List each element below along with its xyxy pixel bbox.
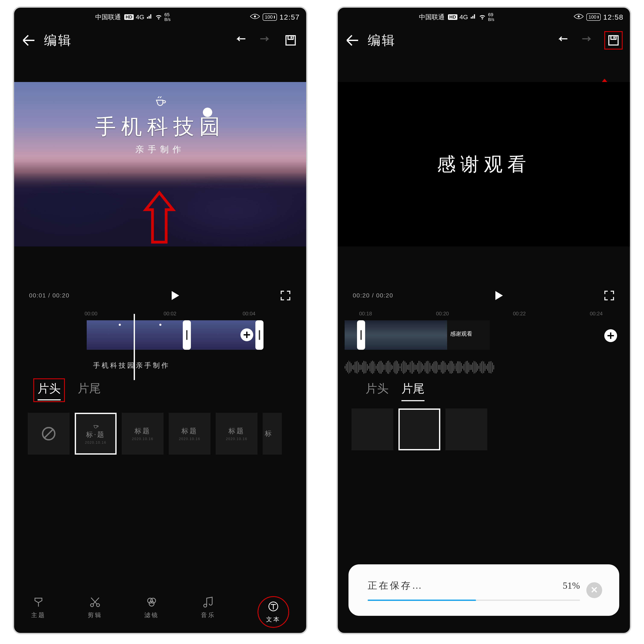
svg-point-12 (578, 15, 580, 18)
tab-opening[interactable]: 片头 (366, 381, 389, 400)
template-none[interactable] (28, 413, 70, 455)
video-preview[interactable]: 手机科技园 亲手制作 (14, 82, 306, 246)
nav-text[interactable]: 文本 (266, 600, 281, 624)
clip-handle[interactable] (255, 320, 263, 350)
saving-label: 正在保存… (368, 579, 423, 592)
tab-opening[interactable]: 片头 (33, 378, 65, 402)
signal-icon (146, 13, 153, 21)
playhead[interactable] (134, 314, 135, 380)
add-clip-button[interactable] (604, 329, 617, 342)
eye-icon (250, 13, 260, 21)
timeline-clip[interactable] (366, 320, 407, 350)
template-item[interactable]: 标题 2020.10.16 (169, 413, 211, 455)
title-bar: 编辑 (14, 26, 306, 54)
nav-filter[interactable]: 滤镜 (144, 596, 159, 628)
nav-theme[interactable]: 主题 (31, 596, 46, 628)
close-icon (591, 586, 598, 594)
timeline-clip[interactable] (87, 320, 127, 350)
svg-rect-3 (291, 37, 292, 39)
preview-subtitle: 亲手制作 (135, 143, 185, 155)
template-item[interactable] (445, 408, 487, 450)
carrier-label: 中国联通 (95, 13, 121, 22)
template-strip[interactable]: 标·题 2020.10.16 标题 2020.10.16 标题 2020.10.… (14, 406, 306, 461)
network-label: 4G (136, 13, 144, 21)
add-clip-button[interactable] (240, 328, 253, 341)
title-bar: 编辑 (338, 26, 630, 54)
svg-line-5 (44, 429, 53, 438)
svg-point-9 (151, 598, 155, 603)
template-strip[interactable] (338, 404, 630, 457)
timeline[interactable] (14, 320, 306, 359)
text-icon (267, 600, 279, 613)
clip-handle[interactable] (183, 320, 191, 350)
battery-badge: 100 (263, 13, 277, 21)
nav-cut[interactable]: 剪辑 (88, 596, 102, 628)
timeline-clip[interactable] (407, 320, 447, 350)
page-title: 编辑 (368, 32, 396, 49)
scissors-icon (89, 596, 101, 609)
template-item[interactable]: 标 (263, 413, 282, 455)
net-speed: 65 B/s (164, 12, 171, 22)
timeline[interactable]: 感谢观看 (338, 320, 630, 359)
network-label: 4G (460, 13, 468, 21)
net-speed: 69 B/s (488, 12, 494, 22)
undo-button[interactable] (554, 32, 571, 49)
redo-button[interactable] (579, 32, 596, 49)
progress-fill (368, 600, 476, 601)
status-clock: 12:57 (280, 13, 300, 21)
clip-handle[interactable] (357, 320, 365, 350)
progress-bar (368, 600, 580, 601)
svg-point-0 (254, 15, 256, 18)
status-bar: 中国联通 HD 4G 69 B/s 100 12:58 (338, 8, 630, 26)
timeline-clip[interactable] (208, 320, 236, 350)
template-item-selected[interactable] (398, 408, 440, 450)
filter-icon (146, 596, 158, 609)
status-clock: 12:58 (603, 13, 624, 21)
time-readout: 00:01 / 00:20 (29, 292, 70, 299)
clip-thumb-text: 感谢观看 (450, 330, 472, 338)
save-button-highlighted[interactable] (604, 31, 623, 50)
preview-title: 感谢观看 (437, 152, 531, 177)
undo-button[interactable] (232, 32, 249, 49)
fullscreen-button[interactable] (603, 290, 615, 301)
wifi-icon (479, 13, 486, 22)
template-item-selected[interactable]: 标·题 2020.10.16 (75, 413, 117, 455)
timeline-ruler: 00:00 00:02 00:04 (14, 308, 306, 319)
title-tabs: 片头 片尾 (14, 372, 306, 406)
page-title: 编辑 (44, 32, 72, 49)
timeline-clip[interactable] (127, 320, 168, 350)
battery-badge: 100 (586, 13, 601, 21)
phone-right: 中国联通 HD 4G 69 B/s 100 12:58 (337, 6, 631, 634)
svg-point-10 (149, 601, 154, 606)
bottom-nav: 主题 剪辑 滤镜 音乐 文本 (14, 596, 306, 628)
time-readout: 00:20 / 00:20 (353, 292, 393, 299)
hd-badge: HD (448, 14, 457, 20)
nav-text-highlighted: 文本 (258, 596, 289, 628)
saving-dialog: 正在保存… 51% (348, 564, 619, 616)
template-item[interactable] (351, 408, 393, 450)
back-button[interactable] (21, 33, 36, 48)
cancel-save-button[interactable] (586, 582, 602, 598)
phone-left: 中国联通 HD 4G 65 B/s 100 12:57 (13, 6, 307, 634)
save-button[interactable] (282, 32, 299, 49)
wifi-icon (155, 13, 162, 22)
redo-button[interactable] (257, 32, 274, 49)
template-item[interactable]: 标题 2020.10.16 (216, 413, 258, 455)
tab-ending[interactable]: 片尾 (401, 381, 424, 400)
timeline-clip[interactable]: 感谢观看 (447, 320, 490, 350)
music-icon (202, 596, 214, 609)
cup-icon (92, 423, 99, 430)
tab-ending[interactable]: 片尾 (78, 381, 101, 400)
preview-title: 手机科技园 (95, 113, 225, 141)
template-item[interactable]: 标题 2020.10.16 (122, 413, 164, 455)
svg-rect-15 (613, 37, 615, 39)
nav-music[interactable]: 音乐 (201, 596, 215, 628)
fullscreen-button[interactable] (280, 290, 291, 301)
timeline-ruler: 00:18 00:20 00:22 00:24 (338, 308, 630, 319)
play-button[interactable] (169, 290, 181, 302)
back-button[interactable] (345, 33, 360, 48)
brush-icon (32, 596, 44, 609)
play-button[interactable] (492, 290, 504, 302)
video-preview[interactable]: 感谢观看 (338, 82, 630, 246)
audio-waveform[interactable] (345, 360, 494, 375)
